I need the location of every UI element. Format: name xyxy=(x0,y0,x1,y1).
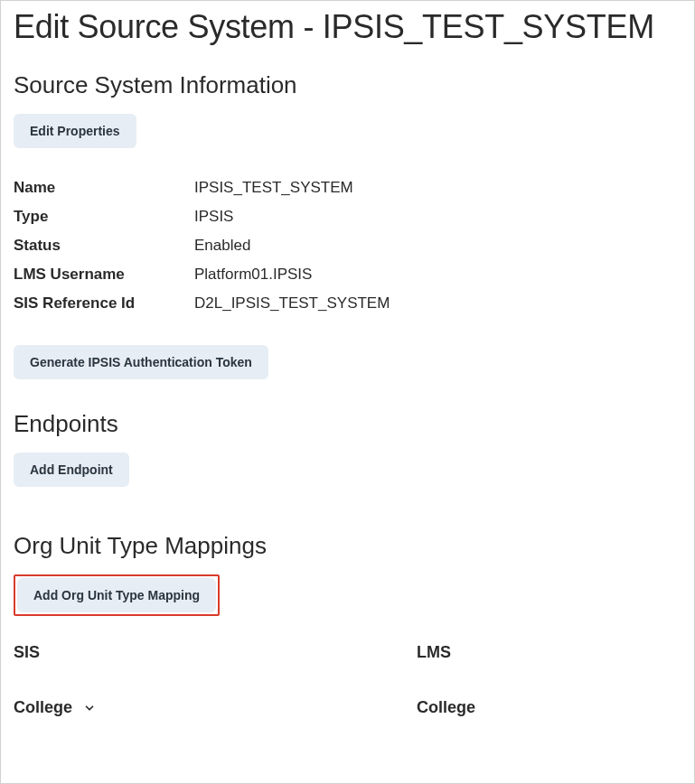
info-value: D2L_IPSIS_TEST_SYSTEM xyxy=(194,294,390,313)
add-mapping-highlight: Add Org Unit Type Mapping xyxy=(14,574,220,616)
source-info-grid: Name IPSIS_TEST_SYSTEM Type IPSIS Status… xyxy=(14,173,681,318)
add-org-unit-type-mapping-button[interactable]: Add Org Unit Type Mapping xyxy=(17,578,216,612)
info-value: IPSIS xyxy=(194,208,233,226)
mapping-row: College College xyxy=(14,698,681,717)
mapping-cell-lms: College xyxy=(417,698,475,717)
mapping-header-sis: SIS xyxy=(14,643,417,662)
info-value: IPSIS_TEST_SYSTEM xyxy=(194,179,353,197)
org-unit-type-mappings-heading: Org Unit Type Mappings xyxy=(14,532,681,560)
page-title: Edit Source System - IPSIS_TEST_SYSTEM xyxy=(14,8,681,46)
info-row-status: Status Enabled xyxy=(14,231,681,260)
info-label: SIS Reference Id xyxy=(14,294,194,313)
info-value: Platform01.IPSIS xyxy=(194,266,312,284)
mapping-sis-value: College xyxy=(14,698,72,717)
edit-properties-button[interactable]: Edit Properties xyxy=(14,114,136,148)
mapping-cell-sis[interactable]: College xyxy=(14,698,417,717)
info-value: Enabled xyxy=(194,237,250,255)
endpoints-heading: Endpoints xyxy=(14,410,681,438)
mapping-header-lms: LMS xyxy=(417,643,451,662)
info-label: Status xyxy=(14,237,194,255)
mapping-headers: SIS LMS xyxy=(14,643,681,662)
info-row-type: Type IPSIS xyxy=(14,202,681,231)
info-row-sis-reference-id: SIS Reference Id D2L_IPSIS_TEST_SYSTEM xyxy=(14,289,681,318)
info-row-lms-username: LMS Username Platform01.IPSIS xyxy=(14,260,681,289)
generate-ipsis-token-button[interactable]: Generate IPSIS Authentication Token xyxy=(14,345,268,379)
source-system-info-heading: Source System Information xyxy=(14,71,681,99)
info-label: Name xyxy=(14,179,194,197)
add-endpoint-button[interactable]: Add Endpoint xyxy=(14,453,129,487)
info-label: LMS Username xyxy=(14,266,194,284)
info-row-name: Name IPSIS_TEST_SYSTEM xyxy=(14,173,681,202)
info-label: Type xyxy=(14,208,194,226)
chevron-down-icon xyxy=(83,702,96,714)
mapping-lms-value: College xyxy=(417,698,475,717)
